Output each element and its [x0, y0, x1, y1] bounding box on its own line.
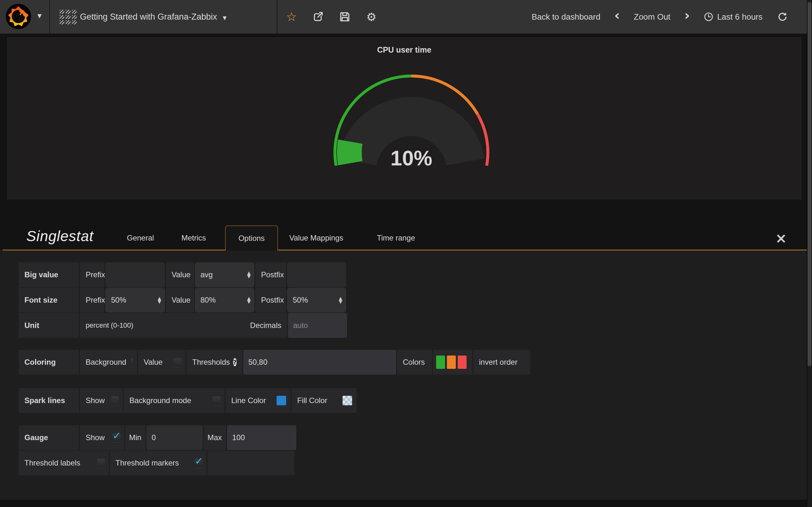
spark-lines-label: Spark lines — [19, 388, 79, 413]
coloring-label: Coloring — [19, 350, 79, 375]
grafana-logo-icon — [6, 4, 31, 29]
invert-order-button[interactable]: invert order — [473, 350, 530, 375]
time-picker-button[interactable]: Last 6 hours — [704, 12, 763, 22]
background-mode-cell: Background mode ✓ — [124, 388, 224, 413]
fill-color-swatch[interactable] — [343, 396, 352, 405]
red-swatch[interactable] — [458, 355, 467, 369]
value-stat-select[interactable]: avg ▲▼ — [195, 262, 254, 287]
chevron-left-icon[interactable]: ‹ — [614, 11, 620, 23]
select-spinner-icon: ▲▼ — [339, 297, 342, 303]
spark-show-checkbox[interactable]: ✓ — [111, 396, 119, 405]
thresholds-cell: Thresholds ? — [187, 350, 242, 375]
share-icon[interactable] — [312, 11, 324, 23]
orange-swatch[interactable] — [447, 355, 456, 369]
gauge-row: Gauge Show ✓ Min 0 Max 100 — [19, 425, 296, 450]
dashboard-grid-icon — [60, 10, 77, 24]
tab-options[interactable]: Options — [225, 226, 278, 250]
check-icon: ✓ — [113, 430, 121, 442]
value-size-select[interactable]: 80% ▲▼ — [195, 288, 254, 313]
navbar-right-controls: Back to dashboard ‹ Zoom Out › Last 6 ho… — [531, 0, 789, 34]
unit-label: Unit — [19, 313, 79, 338]
line-color-cell: Line Color — [225, 388, 291, 413]
check-icon: ✓ — [195, 455, 203, 467]
unit-row: Unit percent (0-100) Decimals auto — [19, 313, 347, 338]
gauge-section: Gauge Show ✓ Min 0 Max 100 Threshold lab… — [19, 425, 296, 476]
chevron-right-icon[interactable]: › — [684, 11, 690, 23]
threshold-labels-cell: Threshold labels ✓ — [19, 451, 109, 475]
threshold-markers-cell: Threshold markers ✓ — [110, 451, 206, 475]
save-icon[interactable] — [339, 11, 351, 23]
caret-down-icon: ▾ — [38, 11, 42, 20]
zoom-out-button[interactable]: Zoom Out — [634, 12, 670, 22]
min-label: Min — [125, 425, 146, 450]
panel-title[interactable]: CPU user time — [8, 45, 801, 55]
background-mode-checkbox[interactable]: ✓ — [212, 396, 221, 405]
threshold-labels-checkbox[interactable]: ✓ — [97, 458, 105, 468]
font-size-row: Font size Prefix 50% ▲▼ Value 80% ▲▼ Pos… — [19, 288, 347, 313]
thresholds-input[interactable]: 50,80 — [243, 350, 396, 375]
threshold-toggles-row: Threshold labels ✓ Threshold markers ✓ — [19, 451, 296, 475]
tab-metrics[interactable]: Metrics — [182, 226, 206, 250]
background-checkbox[interactable]: ✓ — [131, 357, 133, 367]
gauge-value-wedge — [349, 142, 350, 163]
panel-action-icons: ☆ ⚙ — [286, 0, 377, 34]
navbar-divider — [49, 0, 50, 34]
singlestat-panel: CPU user time 10% — [7, 38, 801, 199]
back-to-dashboard-button[interactable]: Back to dashboard — [531, 12, 600, 22]
line-color-swatch[interactable] — [276, 396, 286, 405]
gauge-label: Gauge — [19, 425, 79, 450]
options-value-section: Big value Prefix Value avg ▲▼ Postfix Fo… — [19, 262, 347, 338]
gauge-value-text: 10% — [391, 147, 432, 170]
scrollbar-track[interactable] — [807, 0, 812, 507]
select-spinner-icon: ▲▼ — [247, 297, 251, 303]
dashboard-title-dropdown[interactable]: Getting Started with Grafana-Zabbix ▾ — [80, 0, 226, 34]
max-label: Max — [204, 425, 226, 450]
postfix-label: Postfix — [255, 288, 286, 313]
unit-dropdown[interactable]: percent (0-100) — [86, 321, 133, 330]
bottom-strip — [0, 500, 807, 507]
value-label: Value — [166, 288, 194, 313]
coloring-value-cell: Value ✓ — [138, 350, 186, 375]
font-size-label: Font size — [19, 288, 79, 313]
tab-value-mappings[interactable]: Value Mappings — [289, 226, 343, 250]
grafana-logo-button[interactable]: ▾ — [3, 0, 48, 34]
tab-time-range[interactable]: Time range — [377, 226, 415, 250]
gauge-show-cell: Show ✓ — [80, 425, 124, 450]
big-value-label: Big value — [19, 262, 79, 287]
gauge-show-checkbox[interactable]: ✓ — [112, 433, 120, 442]
colors-label: Colors — [397, 350, 432, 375]
fill-color-cell: Fill Color — [292, 388, 357, 413]
spark-lines-row: Spark lines Show ✓ Background mode ✓ Lin… — [19, 388, 357, 413]
green-swatch[interactable] — [436, 355, 445, 369]
unit-value-cell: percent (0-100) Decimals — [80, 313, 287, 338]
postfix-label: Postfix — [255, 262, 286, 287]
prefix-label: Prefix — [80, 262, 104, 287]
close-editor-icon[interactable]: × — [775, 226, 787, 250]
time-range-label: Last 6 hours — [717, 12, 763, 22]
caret-down-icon: ▾ — [223, 11, 226, 22]
postfix-size-select[interactable]: 50% ▲▼ — [287, 288, 346, 313]
decimals-input[interactable]: auto — [288, 313, 347, 338]
big-value-row: Big value Prefix Value avg ▲▼ Postfix — [19, 262, 347, 287]
big-value-prefix-input[interactable] — [105, 262, 165, 287]
dashboard-title-text: Getting Started with Grafana-Zabbix — [80, 12, 217, 22]
star-icon[interactable]: ☆ — [286, 11, 298, 23]
clock-icon — [704, 12, 713, 21]
coloring-row: Coloring Background ✓ Value ✓ Thresholds… — [19, 350, 530, 375]
tab-general[interactable]: General — [127, 226, 154, 250]
value-checkbox[interactable]: ✓ — [173, 357, 182, 367]
coloring-background-cell: Background ✓ — [80, 350, 137, 375]
value-label: Value — [166, 262, 194, 287]
threshold-markers-checkbox[interactable]: ✓ — [194, 458, 203, 468]
gear-icon[interactable]: ⚙ — [365, 11, 377, 23]
editor-panel-type-title: Singlestat — [26, 222, 94, 250]
max-input[interactable]: 100 — [227, 425, 296, 450]
min-input[interactable]: 0 — [147, 425, 203, 450]
prefix-size-select[interactable]: 50% ▲▼ — [105, 288, 165, 313]
refresh-icon[interactable] — [776, 11, 789, 23]
help-icon[interactable]: ? — [233, 358, 237, 366]
select-spinner-icon: ▲▼ — [247, 271, 251, 278]
scrollbar-thumb[interactable] — [808, 2, 811, 366]
grafana-screen: ▾ Getting Started with Grafana-Zabbix ▾ … — [0, 0, 812, 507]
big-value-postfix-input[interactable] — [287, 262, 346, 287]
